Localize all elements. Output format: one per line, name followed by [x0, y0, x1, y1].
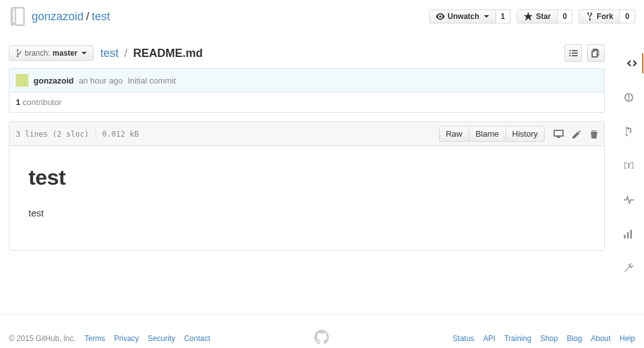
commit-bar: gonzazoid an hour ago Initial commit — [9, 68, 605, 92]
footer-status[interactable]: Status — [453, 334, 474, 343]
caret-icon — [82, 52, 87, 54]
breadcrumb-separator: / — [124, 47, 127, 59]
footer-training[interactable]: Training — [504, 334, 531, 343]
contributors-label: contributor — [23, 97, 61, 107]
commit-author[interactable]: gonzazoid — [34, 76, 74, 85]
branch-name: master — [53, 49, 77, 58]
copy-button[interactable] — [587, 44, 605, 62]
svg-point-4 — [569, 55, 571, 56]
svg-rect-9 — [624, 235, 626, 239]
list-view-button[interactable] — [564, 44, 582, 62]
blame-button[interactable]: Blame — [469, 126, 506, 142]
file-size: 0.012 kB — [102, 130, 139, 139]
svg-rect-8 — [628, 99, 629, 100]
contributors-count: 1 — [16, 97, 20, 107]
avatar — [16, 74, 28, 87]
footer-about[interactable]: About — [591, 334, 610, 343]
nav-code-icon[interactable] — [614, 53, 643, 73]
file-content: test test — [9, 146, 604, 250]
social-actions: Unwatch 1 Star 0 Fork 0 — [429, 9, 635, 23]
unwatch-button[interactable]: Unwatch — [429, 9, 496, 23]
footer: © 2015 GitHub, Inc. Terms Privacy Securi… — [0, 314, 644, 348]
commit-time: an hour ago — [79, 76, 123, 85]
footer-shop[interactable]: Shop — [540, 334, 558, 343]
footer-terms[interactable]: Terms — [85, 334, 106, 343]
divider — [96, 129, 96, 139]
star-count[interactable]: 0 — [558, 9, 573, 23]
footer-contact[interactable]: Contact — [184, 334, 210, 343]
svg-point-0 — [569, 50, 571, 51]
footer-api[interactable]: API — [483, 334, 495, 343]
repo-title: gonzazoid / test — [9, 5, 110, 28]
footer-help[interactable]: Help — [619, 334, 635, 343]
file-lines: 3 lines (2 sloc) — [16, 130, 89, 139]
raw-button[interactable]: Raw — [439, 126, 469, 142]
trash-icon[interactable] — [590, 130, 598, 139]
nav-pulls-icon[interactable] — [619, 121, 639, 142]
svg-rect-7 — [628, 95, 629, 98]
nav-issues-icon[interactable] — [619, 87, 639, 108]
star-button[interactable]: Star — [517, 9, 557, 23]
nav-wiki-icon[interactable] — [619, 156, 639, 176]
repo-name-link[interactable]: test — [92, 10, 110, 23]
commit-message[interactable]: Initial commit — [128, 76, 176, 85]
svg-rect-5 — [572, 55, 578, 56]
nav-graphs-icon[interactable] — [619, 224, 639, 244]
nav-pulse-icon[interactable] — [619, 190, 639, 210]
branch-prefix: branch: — [25, 49, 50, 58]
breadcrumb-root[interactable]: test — [100, 47, 118, 59]
svg-rect-1 — [572, 50, 578, 51]
repo-icon — [9, 5, 27, 28]
repo-owner-link[interactable]: gonzazoid — [32, 10, 84, 23]
svg-rect-10 — [627, 232, 629, 239]
svg-point-2 — [569, 53, 571, 54]
unwatch-label: Unwatch — [448, 12, 480, 21]
readme-body: test — [28, 208, 585, 218]
desktop-icon[interactable] — [554, 130, 564, 139]
footer-security[interactable]: Security — [148, 334, 175, 343]
caret-icon — [484, 15, 489, 18]
branch-selector[interactable]: branch: master — [9, 46, 94, 61]
contributors-bar: 1 contributor — [9, 92, 605, 113]
history-button[interactable]: History — [506, 126, 545, 142]
readme-heading: test — [28, 165, 585, 190]
svg-rect-3 — [572, 53, 578, 54]
fork-button[interactable]: Fork — [579, 9, 620, 23]
nav-settings-icon[interactable] — [619, 258, 639, 278]
footer-privacy[interactable]: Privacy — [114, 334, 139, 343]
fork-label: Fork — [597, 12, 613, 21]
svg-rect-11 — [630, 230, 632, 239]
edit-icon[interactable] — [573, 130, 581, 139]
file-box: 3 lines (2 sloc) 0.012 kB Raw Blame Hist… — [9, 121, 605, 251]
footer-copyright: © 2015 GitHub, Inc. — [9, 334, 76, 343]
footer-blog[interactable]: Blog — [567, 334, 582, 343]
repo-separator: / — [86, 10, 89, 23]
file-info: 3 lines (2 sloc) 0.012 kB — [16, 129, 139, 139]
star-label: Star — [536, 12, 550, 21]
fork-count[interactable]: 0 — [620, 9, 635, 23]
watch-count[interactable]: 1 — [496, 9, 511, 23]
github-logo-icon[interactable] — [314, 330, 330, 347]
breadcrumb: test / README.md — [100, 47, 202, 60]
breadcrumb-file: README.md — [133, 47, 202, 59]
